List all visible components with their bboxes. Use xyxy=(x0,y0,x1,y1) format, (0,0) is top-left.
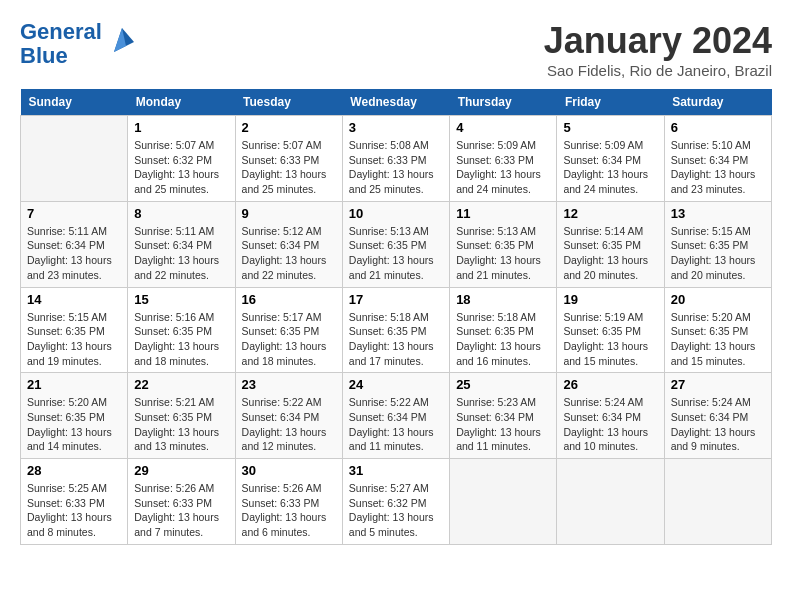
day-cell-24: 24Sunrise: 5:22 AMSunset: 6:34 PMDayligh… xyxy=(342,373,449,459)
day-number: 13 xyxy=(671,206,765,221)
column-header-thursday: Thursday xyxy=(450,89,557,116)
day-cell-25: 25Sunrise: 5:23 AMSunset: 6:34 PMDayligh… xyxy=(450,373,557,459)
day-cell-28: 28Sunrise: 5:25 AMSunset: 6:33 PMDayligh… xyxy=(21,459,128,545)
day-number: 30 xyxy=(242,463,336,478)
column-header-saturday: Saturday xyxy=(664,89,771,116)
page-header: General Blue January 2024 Sao Fidelis, R… xyxy=(20,20,772,79)
day-number: 4 xyxy=(456,120,550,135)
empty-cell xyxy=(450,459,557,545)
logo-blue: Blue xyxy=(20,44,102,68)
day-number: 24 xyxy=(349,377,443,392)
month-title: January 2024 xyxy=(544,20,772,62)
day-number: 15 xyxy=(134,292,228,307)
day-info: Sunrise: 5:22 AMSunset: 6:34 PMDaylight:… xyxy=(349,395,443,454)
calendar-week-2: 7Sunrise: 5:11 AMSunset: 6:34 PMDaylight… xyxy=(21,201,772,287)
day-info: Sunrise: 5:26 AMSunset: 6:33 PMDaylight:… xyxy=(242,481,336,540)
day-number: 31 xyxy=(349,463,443,478)
day-info: Sunrise: 5:08 AMSunset: 6:33 PMDaylight:… xyxy=(349,138,443,197)
day-info: Sunrise: 5:17 AMSunset: 6:35 PMDaylight:… xyxy=(242,310,336,369)
day-number: 27 xyxy=(671,377,765,392)
day-info: Sunrise: 5:18 AMSunset: 6:35 PMDaylight:… xyxy=(456,310,550,369)
day-cell-11: 11Sunrise: 5:13 AMSunset: 6:35 PMDayligh… xyxy=(450,201,557,287)
day-cell-2: 2Sunrise: 5:07 AMSunset: 6:33 PMDaylight… xyxy=(235,116,342,202)
column-header-friday: Friday xyxy=(557,89,664,116)
day-info: Sunrise: 5:27 AMSunset: 6:32 PMDaylight:… xyxy=(349,481,443,540)
day-cell-5: 5Sunrise: 5:09 AMSunset: 6:34 PMDaylight… xyxy=(557,116,664,202)
calendar-week-4: 21Sunrise: 5:20 AMSunset: 6:35 PMDayligh… xyxy=(21,373,772,459)
calendar-week-3: 14Sunrise: 5:15 AMSunset: 6:35 PMDayligh… xyxy=(21,287,772,373)
day-cell-27: 27Sunrise: 5:24 AMSunset: 6:34 PMDayligh… xyxy=(664,373,771,459)
day-info: Sunrise: 5:20 AMSunset: 6:35 PMDaylight:… xyxy=(671,310,765,369)
day-info: Sunrise: 5:25 AMSunset: 6:33 PMDaylight:… xyxy=(27,481,121,540)
day-info: Sunrise: 5:16 AMSunset: 6:35 PMDaylight:… xyxy=(134,310,228,369)
day-cell-1: 1Sunrise: 5:07 AMSunset: 6:32 PMDaylight… xyxy=(128,116,235,202)
logo-general: General xyxy=(20,19,102,44)
day-cell-19: 19Sunrise: 5:19 AMSunset: 6:35 PMDayligh… xyxy=(557,287,664,373)
column-header-tuesday: Tuesday xyxy=(235,89,342,116)
day-info: Sunrise: 5:23 AMSunset: 6:34 PMDaylight:… xyxy=(456,395,550,454)
title-block: January 2024 Sao Fidelis, Rio de Janeiro… xyxy=(544,20,772,79)
day-info: Sunrise: 5:21 AMSunset: 6:35 PMDaylight:… xyxy=(134,395,228,454)
day-cell-20: 20Sunrise: 5:20 AMSunset: 6:35 PMDayligh… xyxy=(664,287,771,373)
day-info: Sunrise: 5:20 AMSunset: 6:35 PMDaylight:… xyxy=(27,395,121,454)
day-number: 11 xyxy=(456,206,550,221)
day-cell-4: 4Sunrise: 5:09 AMSunset: 6:33 PMDaylight… xyxy=(450,116,557,202)
day-info: Sunrise: 5:07 AMSunset: 6:33 PMDaylight:… xyxy=(242,138,336,197)
day-cell-8: 8Sunrise: 5:11 AMSunset: 6:34 PMDaylight… xyxy=(128,201,235,287)
day-number: 9 xyxy=(242,206,336,221)
day-number: 29 xyxy=(134,463,228,478)
day-number: 23 xyxy=(242,377,336,392)
day-number: 5 xyxy=(563,120,657,135)
day-number: 26 xyxy=(563,377,657,392)
empty-cell xyxy=(557,459,664,545)
day-number: 17 xyxy=(349,292,443,307)
day-info: Sunrise: 5:15 AMSunset: 6:35 PMDaylight:… xyxy=(671,224,765,283)
day-info: Sunrise: 5:15 AMSunset: 6:35 PMDaylight:… xyxy=(27,310,121,369)
day-number: 6 xyxy=(671,120,765,135)
day-cell-17: 17Sunrise: 5:18 AMSunset: 6:35 PMDayligh… xyxy=(342,287,449,373)
day-cell-12: 12Sunrise: 5:14 AMSunset: 6:35 PMDayligh… xyxy=(557,201,664,287)
day-info: Sunrise: 5:11 AMSunset: 6:34 PMDaylight:… xyxy=(27,224,121,283)
day-cell-23: 23Sunrise: 5:22 AMSunset: 6:34 PMDayligh… xyxy=(235,373,342,459)
day-number: 22 xyxy=(134,377,228,392)
day-info: Sunrise: 5:18 AMSunset: 6:35 PMDaylight:… xyxy=(349,310,443,369)
day-cell-26: 26Sunrise: 5:24 AMSunset: 6:34 PMDayligh… xyxy=(557,373,664,459)
day-number: 28 xyxy=(27,463,121,478)
day-number: 21 xyxy=(27,377,121,392)
day-cell-21: 21Sunrise: 5:20 AMSunset: 6:35 PMDayligh… xyxy=(21,373,128,459)
day-info: Sunrise: 5:09 AMSunset: 6:34 PMDaylight:… xyxy=(563,138,657,197)
calendar-week-5: 28Sunrise: 5:25 AMSunset: 6:33 PMDayligh… xyxy=(21,459,772,545)
calendar-table: SundayMondayTuesdayWednesdayThursdayFrid… xyxy=(20,89,772,545)
day-cell-18: 18Sunrise: 5:18 AMSunset: 6:35 PMDayligh… xyxy=(450,287,557,373)
day-info: Sunrise: 5:26 AMSunset: 6:33 PMDaylight:… xyxy=(134,481,228,540)
day-cell-15: 15Sunrise: 5:16 AMSunset: 6:35 PMDayligh… xyxy=(128,287,235,373)
day-number: 14 xyxy=(27,292,121,307)
day-info: Sunrise: 5:13 AMSunset: 6:35 PMDaylight:… xyxy=(456,224,550,283)
day-cell-9: 9Sunrise: 5:12 AMSunset: 6:34 PMDaylight… xyxy=(235,201,342,287)
day-cell-16: 16Sunrise: 5:17 AMSunset: 6:35 PMDayligh… xyxy=(235,287,342,373)
day-info: Sunrise: 5:22 AMSunset: 6:34 PMDaylight:… xyxy=(242,395,336,454)
day-number: 3 xyxy=(349,120,443,135)
day-number: 7 xyxy=(27,206,121,221)
day-number: 1 xyxy=(134,120,228,135)
day-cell-14: 14Sunrise: 5:15 AMSunset: 6:35 PMDayligh… xyxy=(21,287,128,373)
day-info: Sunrise: 5:07 AMSunset: 6:32 PMDaylight:… xyxy=(134,138,228,197)
day-cell-31: 31Sunrise: 5:27 AMSunset: 6:32 PMDayligh… xyxy=(342,459,449,545)
column-header-wednesday: Wednesday xyxy=(342,89,449,116)
day-info: Sunrise: 5:19 AMSunset: 6:35 PMDaylight:… xyxy=(563,310,657,369)
logo-icon xyxy=(106,24,138,60)
day-number: 10 xyxy=(349,206,443,221)
day-number: 20 xyxy=(671,292,765,307)
day-number: 2 xyxy=(242,120,336,135)
logo: General Blue xyxy=(20,20,138,68)
day-cell-3: 3Sunrise: 5:08 AMSunset: 6:33 PMDaylight… xyxy=(342,116,449,202)
location: Sao Fidelis, Rio de Janeiro, Brazil xyxy=(544,62,772,79)
empty-cell xyxy=(664,459,771,545)
day-cell-6: 6Sunrise: 5:10 AMSunset: 6:34 PMDaylight… xyxy=(664,116,771,202)
day-info: Sunrise: 5:24 AMSunset: 6:34 PMDaylight:… xyxy=(563,395,657,454)
day-number: 8 xyxy=(134,206,228,221)
day-info: Sunrise: 5:24 AMSunset: 6:34 PMDaylight:… xyxy=(671,395,765,454)
day-number: 16 xyxy=(242,292,336,307)
day-info: Sunrise: 5:13 AMSunset: 6:35 PMDaylight:… xyxy=(349,224,443,283)
day-number: 25 xyxy=(456,377,550,392)
